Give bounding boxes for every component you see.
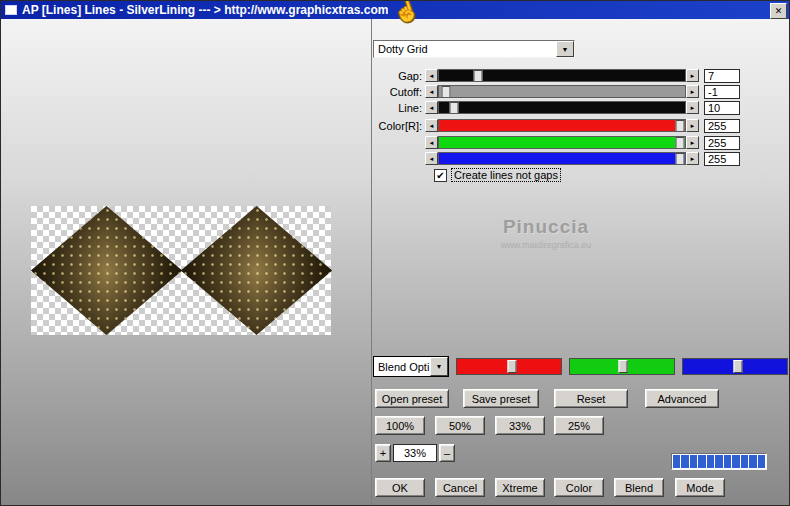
cutoff-value-field[interactable]: -1 bbox=[704, 85, 740, 99]
blend-red-thumb[interactable] bbox=[508, 360, 517, 373]
progress-segment bbox=[681, 455, 688, 468]
color-r-label: Color[R]: bbox=[375, 120, 425, 132]
open-preset-button[interactable]: Open preset bbox=[375, 389, 449, 408]
blend-blue-slider[interactable] bbox=[682, 358, 788, 375]
arrow-left-icon[interactable]: ◄ bbox=[425, 85, 438, 98]
window-title: AP [Lines] Lines - SilverLining --- > ht… bbox=[22, 3, 388, 17]
progress-segment bbox=[715, 455, 722, 468]
advanced-button[interactable]: Advanced bbox=[645, 389, 719, 408]
zoom-50-button[interactable]: 50% bbox=[435, 416, 485, 435]
zoom-increase-button[interactable]: + bbox=[375, 444, 391, 462]
gap-value-field[interactable]: 7 bbox=[704, 69, 740, 83]
cutoff-slider-thumb[interactable] bbox=[442, 86, 451, 98]
arrow-right-icon[interactable]: ► bbox=[686, 101, 699, 114]
progress-segment bbox=[758, 455, 765, 468]
filter-dropdown-value: Dotty Grid bbox=[374, 41, 556, 57]
blend-blue-thumb[interactable] bbox=[734, 360, 743, 373]
mode-button[interactable]: Mode bbox=[675, 478, 725, 497]
color-b-slider-track[interactable] bbox=[438, 152, 686, 165]
line-slider-thumb[interactable] bbox=[449, 102, 458, 114]
blend-options-dropdown[interactable]: Blend Opti ▼ bbox=[373, 356, 449, 377]
zoom-decrease-button[interactable]: – bbox=[439, 444, 455, 462]
color-button[interactable]: Color bbox=[554, 478, 604, 497]
progress-segment bbox=[724, 455, 731, 468]
xtreme-button[interactable]: Xtreme bbox=[495, 478, 545, 497]
arrow-right-icon[interactable]: ► bbox=[686, 119, 699, 132]
param-row-color-b: ◄ ► 255 bbox=[375, 152, 740, 165]
color-r-value-field[interactable]: 255 bbox=[704, 119, 740, 133]
cutoff-slider-track[interactable] bbox=[438, 85, 686, 98]
arrow-left-icon[interactable]: ◄ bbox=[425, 101, 438, 114]
reset-button[interactable]: Reset bbox=[554, 389, 628, 408]
hand-cursor-icon: ☝ bbox=[390, 0, 422, 26]
checkbox-box[interactable]: ✔ bbox=[434, 169, 447, 182]
line-value-field[interactable]: 10 bbox=[704, 101, 740, 115]
gap-slider-track[interactable] bbox=[438, 69, 686, 82]
arrow-left-icon[interactable]: ◄ bbox=[425, 136, 438, 149]
preview-diamond-right bbox=[181, 206, 332, 335]
param-row-color-r: Color[R]: ◄ ► 255 bbox=[375, 119, 740, 132]
arrow-left-icon[interactable]: ◄ bbox=[425, 152, 438, 165]
color-r-slider-track[interactable] bbox=[438, 119, 686, 132]
watermark-name: Pinuccia bbox=[441, 216, 651, 238]
zoom-100-button[interactable]: 100% bbox=[375, 416, 425, 435]
zoom-25-button[interactable]: 25% bbox=[554, 416, 604, 435]
arrow-left-icon[interactable]: ◄ bbox=[425, 119, 438, 132]
color-b-slider-thumb[interactable] bbox=[676, 153, 685, 165]
arrow-right-icon[interactable]: ► bbox=[686, 136, 699, 149]
progress-segment bbox=[673, 455, 680, 468]
watermark: Pinuccia www.maidiregrafica.eu bbox=[441, 216, 651, 250]
arrow-left-icon[interactable]: ◄ bbox=[425, 69, 438, 82]
panel-divider bbox=[371, 19, 372, 505]
color-b-value-field[interactable]: 255 bbox=[704, 152, 740, 166]
close-button[interactable]: ✕ bbox=[770, 3, 787, 19]
zoom-level-field[interactable]: 33% bbox=[393, 444, 437, 462]
param-row-color-g: ◄ ► 255 bbox=[375, 136, 740, 149]
checkbox-label: Create lines not gaps bbox=[451, 168, 561, 182]
window-icon bbox=[5, 5, 17, 15]
progress-segment bbox=[690, 455, 697, 468]
param-row-cutoff: Cutoff: ◄ ► -1 bbox=[375, 85, 740, 98]
cutoff-label: Cutoff: bbox=[375, 86, 425, 98]
preview-canvas bbox=[31, 206, 331, 335]
ok-button[interactable]: OK bbox=[375, 478, 425, 497]
progress-segment bbox=[741, 455, 748, 468]
gap-label: Gap: bbox=[375, 70, 425, 82]
param-row-line: Line: ◄ ► 10 bbox=[375, 101, 740, 114]
check-icon: ✔ bbox=[436, 170, 444, 181]
progress-segment bbox=[732, 455, 739, 468]
color-g-slider-track[interactable] bbox=[438, 136, 686, 149]
preview-diamond-left bbox=[31, 206, 182, 335]
param-row-gap: Gap: ◄ ► 7 bbox=[375, 69, 740, 82]
progress-segment bbox=[749, 455, 756, 468]
line-label: Line: bbox=[375, 102, 425, 114]
gap-slider-thumb[interactable] bbox=[474, 70, 483, 82]
progress-bar bbox=[671, 453, 767, 470]
watermark-site: www.maidiregrafica.eu bbox=[441, 240, 651, 250]
progress-segment bbox=[707, 455, 714, 468]
blend-green-slider[interactable] bbox=[569, 358, 675, 375]
filter-dropdown[interactable]: Dotty Grid ▼ bbox=[373, 40, 575, 58]
progress-segment bbox=[698, 455, 705, 468]
cancel-button[interactable]: Cancel bbox=[435, 478, 485, 497]
blend-options-value: Blend Opti bbox=[374, 357, 430, 376]
chevron-down-icon[interactable]: ▼ bbox=[556, 41, 574, 57]
line-slider-track[interactable] bbox=[438, 101, 686, 114]
blend-button[interactable]: Blend bbox=[614, 478, 664, 497]
zoom-33-button[interactable]: 33% bbox=[495, 416, 545, 435]
arrow-right-icon[interactable]: ► bbox=[686, 152, 699, 165]
chevron-down-icon[interactable]: ▼ bbox=[430, 357, 448, 376]
color-r-slider-thumb[interactable] bbox=[676, 120, 685, 132]
plugin-dialog: AP [Lines] Lines - SilverLining --- > ht… bbox=[0, 0, 790, 506]
create-lines-checkbox[interactable]: ✔ Create lines not gaps bbox=[434, 168, 561, 182]
color-g-value-field[interactable]: 255 bbox=[704, 136, 740, 150]
arrow-right-icon[interactable]: ► bbox=[686, 69, 699, 82]
save-preset-button[interactable]: Save preset bbox=[463, 389, 539, 408]
blend-red-slider[interactable] bbox=[456, 358, 562, 375]
arrow-right-icon[interactable]: ► bbox=[686, 85, 699, 98]
color-g-slider-thumb[interactable] bbox=[676, 137, 685, 149]
blend-green-thumb[interactable] bbox=[619, 360, 628, 373]
